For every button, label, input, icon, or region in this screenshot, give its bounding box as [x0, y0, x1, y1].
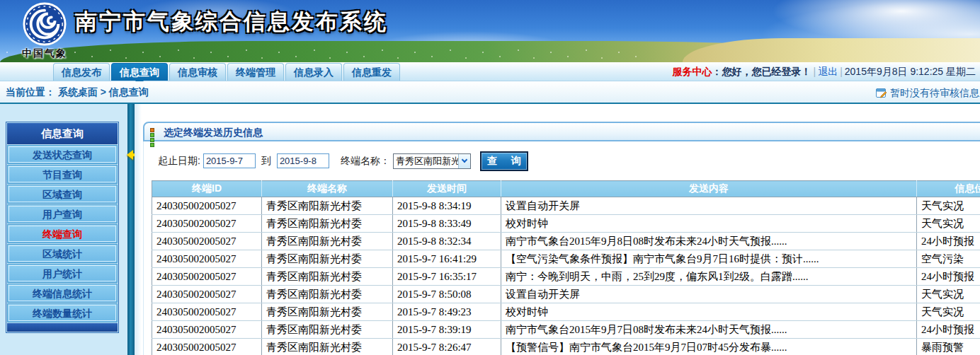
pending-review-text: 暂时没有待审核信息 — [890, 87, 979, 98]
sidebar-item-8[interactable]: 终端数量统计 — [7, 303, 118, 322]
cell-r2-c2: 2015-9-8 8:32:34 — [393, 233, 501, 250]
cell-r2-c1: 青秀区南阳新光村委 — [262, 233, 393, 250]
chevron-down-icon — [458, 154, 470, 168]
sidebar-region: 信息查询 发送状态查询节目查询区域查询用户查询终端查询区域统计用户统计终端信息统… — [0, 104, 127, 355]
date-from-input[interactable] — [203, 153, 256, 168]
sidebar-menu: 信息查询 发送状态查询节目查询区域查询用户查询终端查询区域统计用户统计终端信息统… — [6, 122, 119, 333]
table-row[interactable]: 240305002005027青秀区南阳新光村委2015-9-7 16:41:2… — [152, 250, 980, 268]
cell-r4-c1: 青秀区南阳新光村委 — [262, 268, 393, 286]
cell-r7-c3: 南宁市气象台2015年9月7日08时发布未来24小时天气预报...... — [501, 321, 917, 339]
cell-r3-c2: 2015-9-7 16:41:29 — [393, 250, 501, 268]
table-row[interactable]: 240305002005027青秀区南阳新光村委2015-9-8 8:32:34… — [152, 233, 980, 250]
cell-r0-c2: 2015-9-8 8:34:19 — [393, 197, 501, 215]
breadcrumb-bar: 当前位置： 系统桌面 > 信息查询 暂时没有待审核信息 — [0, 81, 980, 103]
banner-grass-flowers — [0, 47, 637, 62]
note-pencil-icon — [876, 88, 887, 98]
table-row[interactable]: 240305002005027青秀区南阳新光村委2015-9-7 8:50:08… — [152, 286, 980, 303]
panel-title: 选定终端发送历史信息 — [164, 127, 263, 138]
date-to-input[interactable] — [277, 153, 329, 168]
sidebar-item-1[interactable]: 节目查询 — [7, 165, 118, 184]
filter-row: 起止日期: 到 终端名称： 青秀区南阳新光村委 查 询 — [144, 141, 980, 180]
cell-r0-c3: 设置自动开关屏 — [501, 197, 917, 215]
logout-link[interactable]: 退出 — [818, 66, 838, 77]
table-header-2: 发送时间 — [393, 181, 501, 197]
sidebar-items: 发送状态查询节目查询区域查询用户查询终端查询区域统计用户统计终端信息统计终端数量… — [7, 145, 118, 322]
panel-body: 起止日期: 到 终端名称： 青秀区南阳新光村委 查 询 终端ID终端名称发送时间… — [143, 141, 980, 355]
cell-r7-c4: 24小时预报 — [917, 321, 980, 339]
app-banner: 中国气象 南宁市气象综合信息发布系统 — [0, 0, 980, 62]
sidebar-item-3[interactable]: 用户查询 — [7, 204, 118, 223]
table-header-3: 发送内容 — [501, 181, 917, 197]
nav-tab-1[interactable]: 信息查询 — [111, 63, 168, 81]
nav-tab-5[interactable]: 信息重发 — [343, 63, 400, 81]
query-button[interactable]: 查 询 — [481, 152, 528, 170]
cell-r0-c0: 240305002005027 — [152, 197, 262, 215]
top-nav-bar: 信息发布信息查询信息审核终端管理信息录入信息重发 服务中心：您好，您已经登录！|… — [0, 62, 980, 81]
service-center-bar: 服务中心：您好，您已经登录！|退出|2015年9月8日 9:12:25 星期二 — [673, 62, 976, 81]
collapse-sidebar-arrow-icon[interactable] — [122, 150, 133, 160]
sidebar-item-0[interactable]: 发送状态查询 — [7, 145, 118, 164]
nav-tabs: 信息发布信息查询信息审核终端管理信息录入信息重发 — [53, 63, 401, 81]
cma-logo-icon — [23, 2, 67, 46]
nav-tab-4[interactable]: 信息录入 — [285, 63, 342, 81]
sidebar-item-5[interactable]: 区域统计 — [7, 244, 118, 263]
cell-r8-c2: 2015-9-7 8:26:47 — [393, 339, 501, 355]
cell-r8-c4: 暴雨预警 — [917, 339, 980, 355]
table-row[interactable]: 240305002005027青秀区南阳新光村委2015-9-7 8:26:47… — [152, 339, 980, 355]
sidebar-item-4[interactable]: 终端查询 — [7, 224, 118, 243]
nav-tab-0[interactable]: 信息发布 — [53, 63, 110, 81]
cell-r4-c4: 24小时预报 — [917, 268, 980, 286]
cell-r8-c0: 240305002005027 — [152, 339, 262, 355]
cell-r1-c2: 2015-9-8 8:33:49 — [393, 215, 501, 233]
cell-r6-c4: 天气实况 — [917, 303, 980, 321]
sidebar-item-6[interactable]: 用户统计 — [7, 264, 118, 283]
pending-review-notice[interactable]: 暂时没有待审核信息 — [876, 84, 979, 101]
history-table: 终端ID终端名称发送时间发送内容信息位 240305002005027青秀区南阳… — [152, 180, 980, 355]
table-row[interactable]: 240305002005027青秀区南阳新光村委2015-9-7 8:49:23… — [152, 303, 980, 321]
cell-r2-c0: 240305002005027 — [152, 233, 262, 250]
breadcrumb-prefix: 当前位置： — [6, 86, 55, 98]
date-range-label: 起止日期: — [158, 155, 200, 168]
table-header-0: 终端ID — [152, 181, 262, 197]
cell-r4-c3: 南宁：今晚到明天，中雨，25到29度，偏东风1到2级。白露蹭...... — [501, 268, 917, 286]
cell-r8-c3: 【预警信号】南宁市气象台2015年9月7日07时45分发布暴...... — [501, 339, 917, 355]
service-center-label: 服务中心 — [673, 66, 712, 77]
cell-r8-c1: 青秀区南阳新光村委 — [262, 339, 393, 355]
table-row[interactable]: 240305002005027青秀区南阳新光村委2015-9-8 8:34:19… — [152, 197, 980, 215]
cell-r5-c1: 青秀区南阳新光村委 — [262, 286, 393, 303]
banner-sand-hill — [683, 38, 980, 62]
sidebar-item-2[interactable]: 区域查询 — [7, 185, 118, 204]
breadcrumb: 当前位置： 系统桌面 > 信息查询 — [6, 81, 149, 103]
cell-r7-c0: 240305002005027 — [152, 321, 262, 339]
table-row[interactable]: 240305002005027青秀区南阳新光村委2015-9-7 16:35:1… — [152, 268, 980, 286]
cell-r3-c4: 空气污染 — [917, 250, 980, 268]
logo-caption: 中国气象 — [14, 47, 75, 60]
cell-r4-c0: 240305002005027 — [152, 268, 262, 286]
sidebar-header: 信息查询 — [7, 123, 118, 144]
sidebar-item-7[interactable]: 终端信息统计 — [7, 284, 118, 303]
cell-r0-c4: 天气实况 — [917, 197, 980, 215]
page-title: 南宁市气象综合信息发布系统 — [75, 7, 388, 37]
breadcrumb-path: 系统桌面 > 信息查询 — [58, 86, 149, 98]
cell-r1-c0: 240305002005027 — [152, 215, 262, 233]
terminal-select[interactable]: 青秀区南阳新光村委 — [393, 153, 471, 169]
cell-r6-c0: 240305002005027 — [152, 303, 262, 321]
terminal-name-label: 终端名称： — [341, 155, 390, 168]
cell-r3-c3: 【空气污染气象条件预报】南宁市气象台9月7日16时提供：预计...... — [501, 250, 917, 268]
nav-tab-2[interactable]: 信息审核 — [169, 63, 226, 81]
nav-tab-3[interactable]: 终端管理 — [227, 63, 284, 81]
cell-r7-c1: 青秀区南阳新光村委 — [262, 321, 393, 339]
cell-r2-c4: 24小时预报 — [917, 233, 980, 250]
sidebar-splitter-bar[interactable] — [127, 104, 135, 355]
table-row[interactable]: 240305002005027青秀区南阳新光村委2015-9-8 8:33:49… — [152, 215, 980, 233]
table-header-4: 信息位 — [917, 181, 980, 197]
cell-r6-c3: 校对时钟 — [501, 303, 917, 321]
cell-r5-c2: 2015-9-7 8:50:08 — [393, 286, 501, 303]
cell-r1-c4: 天气实况 — [917, 215, 980, 233]
table-header-row: 终端ID终端名称发送时间发送内容信息位 — [152, 181, 980, 197]
table-row[interactable]: 240305002005027青秀区南阳新光村委2015-9-7 8:39:19… — [152, 321, 980, 339]
history-panel: 选定终端发送历史信息 起止日期: 到 终端名称： 青秀区南阳新光村委 查 询 终… — [143, 122, 980, 355]
cell-r2-c3: 南宁市气象台2015年9月8日08时发布未来24小时天气预报...... — [501, 233, 917, 250]
cell-r3-c1: 青秀区南阳新光村委 — [262, 250, 393, 268]
datetime-display: 2015年9月8日 9:12:25 星期二 — [845, 66, 976, 77]
